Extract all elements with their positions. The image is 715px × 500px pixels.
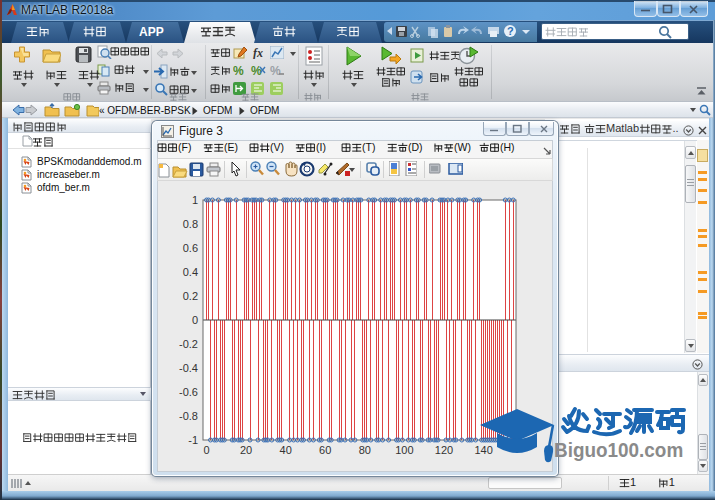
svg-text:0.4: 0.4: [183, 266, 198, 278]
svg-text:0.2: 0.2: [183, 290, 198, 302]
svg-text:(D): (D): [408, 142, 423, 153]
svg-text:120: 120: [435, 444, 453, 456]
svg-text:%: %: [251, 64, 262, 77]
svg-text:Matlab: Matlab: [606, 123, 639, 134]
svg-text:(T): (T): [362, 142, 375, 153]
svg-text:(W): (W): [454, 142, 471, 153]
svg-text:20: 20: [240, 444, 252, 456]
svg-text:1: 1: [192, 194, 198, 206]
svg-text:-0.6: -0.6: [179, 386, 198, 398]
svg-text:fx: fx: [253, 46, 263, 59]
svg-text:1: 1: [669, 477, 675, 488]
svg-text:-0.4: -0.4: [179, 362, 198, 374]
svg-text:(V): (V): [270, 142, 284, 153]
svg-text:-1: -1: [188, 434, 198, 446]
svg-text:0.8: 0.8: [183, 218, 198, 230]
svg-text:(E): (E): [224, 142, 238, 153]
svg-text:0: 0: [203, 444, 209, 456]
svg-text:60: 60: [319, 444, 331, 456]
svg-text:-0.2: -0.2: [179, 338, 198, 350]
svg-text:(F): (F): [178, 142, 191, 153]
svg-text:0: 0: [192, 314, 198, 326]
svg-text:?: ?: [507, 25, 514, 37]
svg-text:-0.8: -0.8: [179, 410, 198, 422]
svg-text:80: 80: [359, 444, 371, 456]
svg-text:..: ..: [672, 123, 678, 134]
svg-text:(H): (H): [500, 142, 515, 153]
svg-text:100: 100: [395, 444, 413, 456]
svg-text:1: 1: [630, 477, 636, 488]
svg-text:(I): (I): [316, 142, 326, 153]
svg-text:%: %: [233, 64, 244, 77]
svg-text:%: %: [270, 64, 281, 77]
svg-text:0.6: 0.6: [183, 242, 198, 254]
svg-text:40: 40: [280, 444, 292, 456]
